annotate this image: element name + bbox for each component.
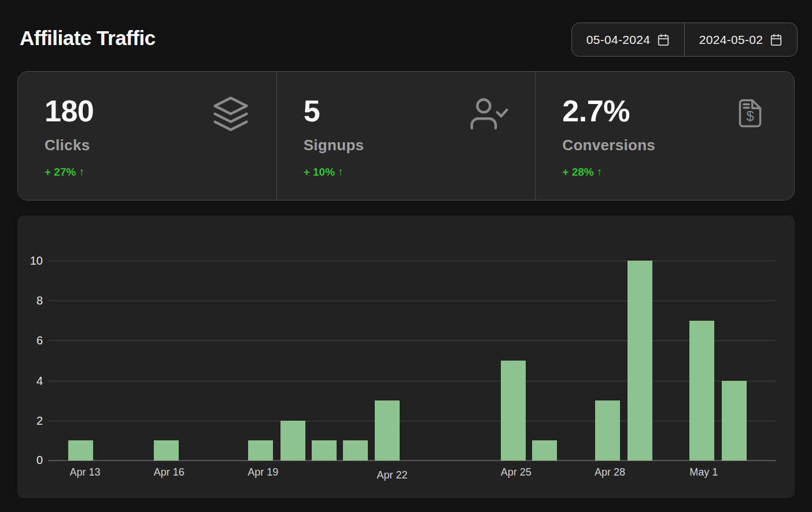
- chart-bar: [722, 381, 747, 461]
- gridline: 4: [48, 381, 776, 381]
- stat-label: Clicks: [45, 136, 250, 154]
- y-tick-label: 6: [36, 334, 43, 347]
- chart-bar: [343, 440, 368, 461]
- stat-card-conversions: 2.7% Conversions + 28% ↑ $: [535, 72, 794, 200]
- x-tick-label: Apr 19: [248, 466, 278, 478]
- x-tick-label: Apr 25: [501, 466, 532, 478]
- chart-bar: [375, 400, 400, 461]
- chart-bar: [501, 361, 526, 461]
- stat-label: Signups: [304, 136, 509, 154]
- stat-card-clicks: 180 Clicks + 27% ↑: [18, 72, 276, 200]
- stat-card-signups: 5 Signups + 10% ↑: [276, 72, 536, 200]
- chart-plot: 0246810Apr 13Apr 16Apr 19Apr 22Apr 25Apr…: [48, 261, 776, 461]
- affiliate-dashboard: { "page": { "title": "Affiliate Traffic"…: [0, 0, 812, 512]
- stat-label: Conversions: [562, 136, 767, 154]
- y-tick-label: 4: [36, 374, 43, 388]
- stat-delta: + 10% ↑: [304, 166, 509, 179]
- date-start-value: 05-04-2024: [586, 33, 650, 47]
- page-title: Affiliate Traffic: [20, 27, 156, 50]
- x-tick-label: Apr 16: [154, 466, 184, 478]
- y-tick-label: 2: [36, 414, 43, 428]
- calendar-icon[interactable]: [770, 34, 783, 46]
- x-tick-label: Apr 13: [70, 466, 101, 478]
- x-tick-label: Apr 22: [377, 469, 407, 481]
- chart-bar: [68, 440, 93, 461]
- stats-row: 180 Clicks + 27% ↑ 5 Signups + 10% ↑ 2.7…: [17, 71, 795, 201]
- chart-bar: [280, 421, 305, 461]
- x-tick-label: Apr 28: [595, 466, 625, 478]
- layers-icon: [212, 95, 250, 133]
- date-end-field[interactable]: 2024-05-02: [684, 23, 797, 56]
- date-start-field[interactable]: 05-04-2024: [572, 23, 684, 56]
- svg-text:$: $: [746, 108, 754, 124]
- stat-delta: + 27% ↑: [45, 166, 250, 179]
- y-tick-label: 10: [30, 254, 43, 268]
- chart-bar: [628, 261, 652, 461]
- gridline: 2: [48, 421, 776, 421]
- user-check-icon: [470, 95, 508, 133]
- calendar-icon[interactable]: [657, 34, 670, 46]
- chart-bar: [532, 440, 557, 461]
- y-tick-label: 8: [36, 294, 43, 307]
- y-tick-label: 0: [36, 454, 43, 467]
- date-end-value: 2024-05-02: [699, 33, 763, 47]
- gridline: 6: [48, 340, 776, 341]
- stat-delta: + 28% ↑: [562, 166, 767, 179]
- chart-bar: [595, 400, 620, 461]
- chart-bar: [312, 440, 337, 461]
- chart-panel: 0246810Apr 13Apr 16Apr 19Apr 22Apr 25Apr…: [17, 216, 795, 498]
- gridline: 10: [48, 261, 776, 261]
- chart-bar: [154, 440, 179, 461]
- gridline: 8: [48, 300, 776, 301]
- date-range-picker: 05-04-2024 2024-05-02: [571, 23, 798, 57]
- invoice-icon: $: [733, 92, 767, 134]
- x-tick-label: May 1: [689, 466, 718, 478]
- chart-bar: [689, 321, 714, 461]
- chart-bar: [248, 440, 273, 461]
